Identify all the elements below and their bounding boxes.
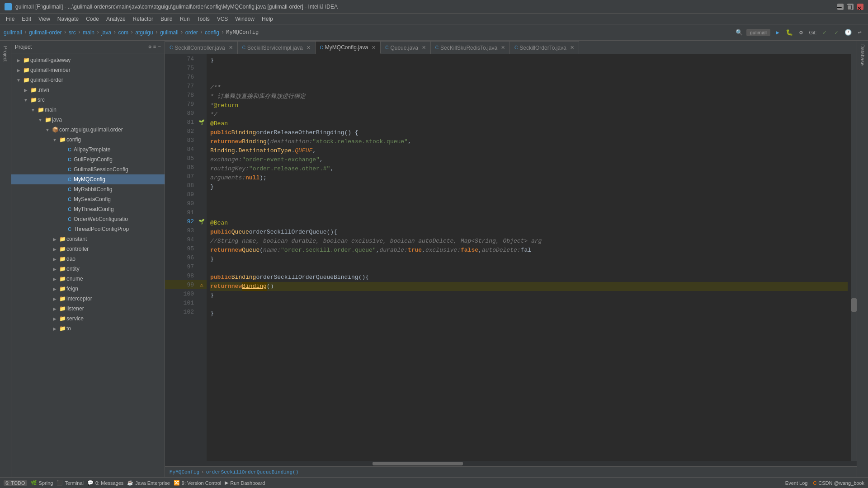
bc-atguigu[interactable]: atguigu xyxy=(135,29,153,36)
terminal-item[interactable]: ⬛ Terminal xyxy=(57,480,84,486)
tree-item-mvn[interactable]: ▶ 📁 .mvn xyxy=(11,85,165,95)
tree-item-java[interactable]: ▼ 📁 java xyxy=(11,115,165,125)
panel-settings-icon[interactable]: ⚙ xyxy=(148,44,151,50)
tab-mymqconfig[interactable]: C MyMQConfig.java ✕ xyxy=(316,41,381,54)
menu-vcs[interactable]: VCS xyxy=(213,15,232,23)
tree-item-member[interactable]: ▶ 📁 gulimall-member xyxy=(11,65,165,75)
tree-item-thread[interactable]: C MyThreadConfig xyxy=(11,204,165,214)
window-controls[interactable]: — □ ✕ xyxy=(837,4,863,10)
tree-item-threadpool[interactable]: C ThreadPoolConfigProp xyxy=(11,224,165,234)
menu-analyze[interactable]: Analyze xyxy=(103,15,129,23)
tree-arrow: ▶ xyxy=(51,257,58,262)
tab-close[interactable]: ✕ xyxy=(422,45,426,51)
hscrollbar-thumb[interactable] xyxy=(373,462,463,465)
run-config[interactable]: gulimall xyxy=(746,29,770,36)
bc-java[interactable]: java xyxy=(101,29,111,36)
code-editor[interactable]: } /** * 订单释放直接和库存释放进行绑定 * @return */ @Be… xyxy=(207,54,851,461)
close-button[interactable]: ✕ xyxy=(857,4,863,10)
tree-item-entity[interactable]: ▶ 📁 entity xyxy=(11,264,165,274)
menu-file[interactable]: File xyxy=(2,15,18,23)
tab-close[interactable]: ✕ xyxy=(570,45,574,51)
tree-item-main[interactable]: ▼ 📁 main xyxy=(11,105,165,115)
menu-navigate[interactable]: Navigate xyxy=(54,15,82,23)
horizontal-scrollbar[interactable] xyxy=(165,461,857,466)
scrollbar-thumb[interactable] xyxy=(851,298,857,312)
bc-com[interactable]: com xyxy=(118,29,128,36)
tree-item-session[interactable]: C GulimallSessionConfig xyxy=(11,164,165,174)
messages-item[interactable]: 💬 0: Messages xyxy=(87,480,123,486)
todo-item[interactable]: 6: TODO xyxy=(4,480,27,486)
tab-close[interactable]: ✕ xyxy=(501,45,505,51)
vcs-update[interactable]: ✓ xyxy=(832,28,841,37)
line-92: 92 xyxy=(165,217,197,226)
bc-gulimall[interactable]: gulimall xyxy=(4,29,22,36)
tree-item-alipay[interactable]: C AlipayTemplate xyxy=(11,145,165,155)
clock-icon[interactable]: 🕐 xyxy=(844,28,853,37)
tree-item-config[interactable]: ▼ 📁 config xyxy=(11,135,165,145)
tree-arrow: ▶ xyxy=(51,316,58,321)
tree-item-order[interactable]: ▼ 📁 gulimall-order xyxy=(11,75,165,85)
search-icon[interactable]: 🔍 xyxy=(735,28,744,37)
tree-item-feign[interactable]: C GuliFeignConfig xyxy=(11,155,165,164)
tab-close[interactable]: ✕ xyxy=(229,45,233,51)
tree-item-mymq[interactable]: C MyMQConfig xyxy=(11,174,165,184)
run-dashboard-item[interactable]: ▶ Run Dashboard xyxy=(225,480,265,486)
bc-gulimall-order[interactable]: gulimall-order xyxy=(29,29,62,36)
bc-main[interactable]: main xyxy=(83,29,94,36)
tree-item-rabbit[interactable]: C MyRabbitConfig xyxy=(11,184,165,194)
event-log-item[interactable]: Event Log xyxy=(785,480,808,486)
tree-item-listener[interactable]: ▶ 📁 listener xyxy=(11,304,165,314)
tree-item-package[interactable]: ▼ 📦 com.atguigu.gulimall.order xyxy=(11,125,165,135)
menu-tools[interactable]: Tools xyxy=(193,15,213,23)
minimize-button[interactable]: — xyxy=(837,4,844,10)
tab-icon: C xyxy=(385,45,388,50)
menu-run[interactable]: Run xyxy=(176,15,193,23)
spring-item[interactable]: 🌿 Spring xyxy=(31,480,53,486)
tab-close[interactable]: ✕ xyxy=(307,45,311,51)
bc-order[interactable]: order xyxy=(185,29,198,36)
tree-item-controller[interactable]: ▶ 📁 controller xyxy=(11,244,165,254)
undo-icon[interactable]: ↩ xyxy=(855,28,864,37)
version-control-item[interactable]: 🔀 9: Version Control xyxy=(174,480,221,486)
bc-src[interactable]: src xyxy=(69,29,76,36)
tree-item-gateway[interactable]: ▶ 📁 gulimall-gateway xyxy=(11,55,165,65)
bc-config[interactable]: config xyxy=(205,29,219,36)
bc-gulimall2[interactable]: gulimall xyxy=(160,29,179,36)
tree-item-dao[interactable]: ▶ 📁 dao xyxy=(11,254,165,264)
tree-item-seata[interactable]: C MySeataConfig xyxy=(11,194,165,204)
menu-help[interactable]: Help xyxy=(258,15,277,23)
menu-build[interactable]: Build xyxy=(157,15,176,23)
maximize-button[interactable]: □ xyxy=(847,4,854,10)
panel-layout-icon[interactable]: ≡ xyxy=(153,44,156,50)
database-tab[interactable]: Database xyxy=(860,44,865,66)
tree-item-feign2[interactable]: ▶ 📁 feign xyxy=(11,284,165,294)
menu-window[interactable]: Window xyxy=(231,15,258,23)
tree-item-service[interactable]: ▶ 📁 service xyxy=(11,314,165,324)
panel-minimize-icon[interactable]: − xyxy=(158,44,161,50)
menu-refactor[interactable]: Refactor xyxy=(129,15,157,23)
tab-seckill-order[interactable]: C SeckillOrderTo.java ✕ xyxy=(510,41,579,54)
tree-item-src[interactable]: ▼ 📁 src xyxy=(11,95,165,105)
tab-seckill-controller[interactable]: C SeckillController.java ✕ xyxy=(165,41,238,54)
tree-item-interceptor[interactable]: ▶ 📁 interceptor xyxy=(11,294,165,304)
java-enterprise-item[interactable]: ☕ Java Enterprise xyxy=(127,480,170,486)
menu-view[interactable]: View xyxy=(35,15,54,23)
vcs-commit[interactable]: ✓ xyxy=(820,28,829,37)
run-icon[interactable]: ▶ xyxy=(773,28,782,37)
project-tab[interactable]: Project xyxy=(3,42,8,65)
tree-item-enume[interactable]: ▶ 📁 enume xyxy=(11,274,165,284)
debug-icon[interactable]: 🐛 xyxy=(785,28,794,37)
tab-seckill-service[interactable]: C SeckillServiceImpl.java ✕ xyxy=(238,41,316,54)
tab-close[interactable]: ✕ xyxy=(372,45,376,51)
menu-code[interactable]: Code xyxy=(82,15,103,23)
tab-queue[interactable]: C Queue.java ✕ xyxy=(381,41,431,54)
tree-item-constant[interactable]: ▶ 📁 constant xyxy=(11,234,165,244)
tree-label: MySeataConfig xyxy=(74,196,111,202)
vertical-scrollbar[interactable] xyxy=(851,54,857,461)
menu-edit[interactable]: Edit xyxy=(18,15,35,23)
settings-icon[interactable]: ⚙ xyxy=(797,28,806,37)
tree-item-to[interactable]: ▶ 📁 to xyxy=(11,324,165,333)
tree-item-webconfig[interactable]: C OrderWebConfiguratio xyxy=(11,214,165,224)
tab-seckill-redis[interactable]: C SecKillSkuRedisTo.java ✕ xyxy=(431,41,510,54)
git-icon[interactable]: Git: xyxy=(808,28,817,37)
